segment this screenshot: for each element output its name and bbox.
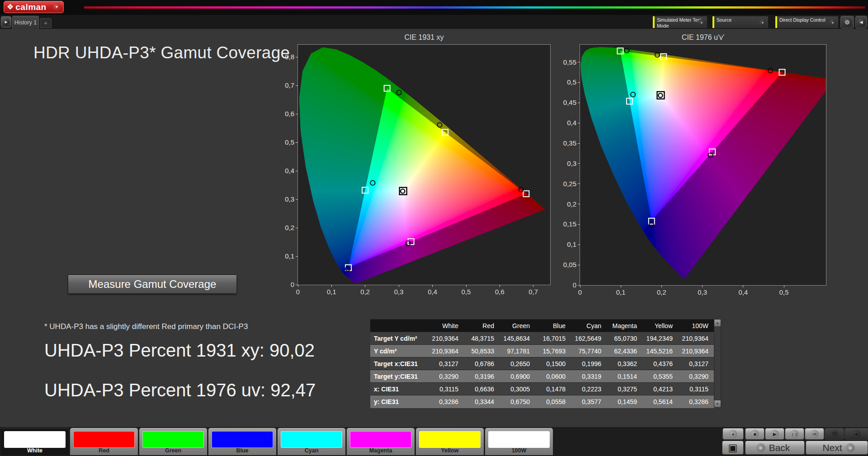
scroll-up-button[interactable]: ▲: [722, 428, 744, 440]
cie-1931-xy-diagram: 00,10,20,30,40,50,60,700,10,20,30,40,50,…: [297, 44, 551, 285]
source-dropdown[interactable]: Source ▼: [712, 16, 769, 28]
swatch-tab-green[interactable]: Green: [139, 428, 207, 455]
stop-icon: ■: [750, 430, 759, 438]
back-button[interactable]: « Back: [745, 441, 805, 455]
scrollbar-up-button[interactable]: ▲: [714, 320, 721, 326]
swatch-tab-red[interactable]: Red: [70, 428, 138, 455]
y-axis-tick-label: 0,8: [274, 53, 294, 61]
color-patch: [281, 431, 342, 448]
measure-gamut-coverage-button[interactable]: Measure Gamut Coverage: [68, 275, 237, 294]
chevron-down-icon: ▼: [759, 19, 766, 26]
swatch-tab-cyan[interactable]: Cyan: [278, 428, 345, 455]
y-axis-tick: [296, 285, 298, 285]
x-axis-tick: [784, 285, 784, 287]
back-label: Back: [769, 442, 790, 453]
main-content: HDR UHDA-P3* Gamut Coverage CIE 1931 xy …: [0, 29, 868, 427]
dropdown-accent-bar: [775, 16, 777, 28]
x-axis-tick-label: 0,5: [773, 288, 795, 296]
single-read-button[interactable]: [··]: [785, 428, 804, 440]
stop-button[interactable]: ■: [745, 428, 764, 440]
swatch-tab-yellow[interactable]: Yellow: [416, 428, 484, 455]
table-cell: 0,3005: [500, 383, 535, 395]
gear-icon: ⚙: [843, 18, 852, 27]
meter-read-icon: [··]: [790, 430, 799, 438]
y-axis-tick-label: 0,1: [556, 240, 576, 249]
next-button[interactable]: Next »: [806, 441, 868, 455]
table-scrollbar[interactable]: ▲ ▼: [714, 319, 721, 408]
table-cell: 0,6750: [500, 395, 535, 408]
row-label: Target x:CIE31: [370, 357, 428, 370]
y-axis-tick-label: 0,7: [274, 81, 294, 89]
x-axis-tick-label: 0: [569, 288, 591, 296]
x-axis-tick: [466, 285, 467, 287]
table-cell: 0,3344: [464, 395, 500, 408]
table-header: WhiteRedGreenBlueCyanMagentaYellow100W: [370, 320, 714, 332]
table-cell: 0,3115: [428, 383, 464, 395]
y-axis-tick-label: 0,4: [274, 167, 294, 175]
swatch-tab-blue[interactable]: Blue: [208, 428, 276, 455]
color-patch: [73, 431, 135, 448]
y-axis-tick: [296, 199, 298, 200]
refresh-button[interactable]: ⟳: [825, 428, 844, 440]
pattern-window-button[interactable]: ▣: [722, 441, 744, 455]
x-axis-tick: [331, 285, 332, 287]
tab-history-1[interactable]: History 1: [12, 16, 39, 29]
swatch-tab-magenta[interactable]: Magenta: [347, 428, 415, 455]
table-cell: 0,3577: [571, 395, 607, 408]
scrollbar-down-button[interactable]: ▼: [714, 400, 721, 407]
swatch-tab-100w[interactable]: 100W: [485, 428, 553, 455]
table-cell: 194,2349: [642, 332, 678, 345]
table-cell: 210,9364: [678, 345, 714, 357]
infinity-icon: ∞: [810, 430, 819, 438]
table-cell: 0,3290: [678, 370, 714, 383]
x-axis-tick-label: 0,2: [354, 288, 377, 296]
play-button[interactable]: ▶: [765, 428, 784, 440]
y-axis-tick: [578, 143, 580, 144]
swatch-label: Yellow: [416, 447, 484, 454]
x-axis-tick: [621, 285, 621, 287]
chevron-down-icon: ▼: [698, 19, 705, 26]
table-cell: 62,4336: [607, 345, 642, 357]
y-axis-tick: [296, 171, 298, 171]
next-chevron-icon: »: [846, 443, 855, 452]
y-axis-tick-label: 0: [556, 281, 576, 289]
y-axis-tick-label: 0: [274, 281, 294, 289]
calman-logo-button[interactable]: ❖ calman ▼: [4, 1, 64, 13]
simulated-meter-dropdown[interactable]: Simulated Meter Test Mode ▼: [652, 16, 708, 28]
table-cell: 210,9364: [428, 345, 464, 357]
table-cell: 0,6900: [500, 370, 535, 383]
chevron-down-icon: ▼: [829, 19, 836, 26]
record-button[interactable]: ●: [844, 428, 868, 440]
y-axis-tick-label: 0,25: [556, 180, 576, 188]
settings-gear-button[interactable]: ⚙: [840, 16, 854, 28]
table-row: Target y:CIE310,32900,31960,69000,06000,…: [370, 370, 714, 383]
up-arrow-icon: ▲: [729, 430, 737, 438]
uhda-p3-footnote: * UHDA-P3 has a slightly different Red p…: [44, 322, 248, 331]
color-patch: [419, 431, 481, 448]
y-axis-tick: [578, 123, 580, 123]
logo-menu-chevron-icon[interactable]: ▼: [53, 3, 61, 11]
x-axis-tick-label: 0,1: [609, 288, 632, 296]
table-row: Target Y cd/m²210,936448,3715145,863416,…: [370, 332, 714, 345]
x-axis-tick: [298, 285, 298, 287]
table-cell: 0,6636: [464, 383, 500, 395]
x-axis-tick: [702, 285, 703, 287]
y-axis-tick-label: 0,5: [556, 78, 576, 86]
swatch-label: White: [1, 447, 69, 454]
add-tab-button[interactable]: +: [40, 18, 52, 28]
table-body: Target Y cd/m²210,936448,3715145,863416,…: [370, 332, 714, 408]
y-axis-tick: [578, 163, 580, 164]
table-cell: 0,3127: [678, 357, 714, 370]
table-cell: 0,3275: [607, 383, 642, 395]
swatch-tab-white[interactable]: White: [1, 428, 69, 455]
table-cell: 0,4213: [642, 383, 678, 395]
tab-scroll-button[interactable]: ▶: [1, 16, 11, 28]
direct-display-control-dropdown[interactable]: Direct Display Control ▼: [775, 16, 839, 28]
collapse-panel-button[interactable]: ◀: [855, 16, 867, 28]
y-axis-tick-label: 0,3: [274, 195, 294, 203]
continuous-measure-button[interactable]: ∞: [805, 428, 824, 440]
column-header-100w: 100W: [678, 320, 714, 332]
x-axis-tick-label: 0: [287, 288, 309, 296]
table-cell: 0,1500: [535, 357, 571, 370]
y-axis-tick-label: 0,2: [274, 224, 294, 232]
